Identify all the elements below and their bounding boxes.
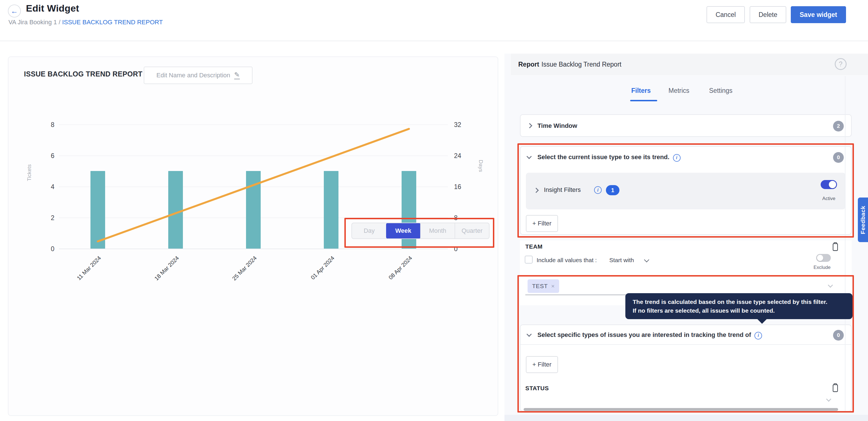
panel-header-bold: Report bbox=[518, 61, 539, 68]
chevron-down-icon[interactable] bbox=[526, 154, 531, 159]
right-axis-tick: 8 bbox=[454, 214, 471, 222]
tooltip-line-2: If no filters are selected, all issues w… bbox=[633, 306, 845, 315]
trend-tooltip: The trend is calculated based on the iss… bbox=[625, 293, 852, 319]
granularity-option-quarter[interactable]: Quarter bbox=[455, 223, 489, 238]
tab-settings[interactable]: Settings bbox=[709, 87, 733, 94]
breadcrumb-current[interactable]: ISSUE BACKLOG TREND REPORT bbox=[62, 19, 163, 26]
panel-header-title: ReportIssue Backlog Trend Report bbox=[518, 61, 621, 68]
help-icon: ? bbox=[839, 60, 843, 68]
pencil-icon: ✎ bbox=[234, 72, 240, 79]
info-icon[interactable]: i bbox=[594, 186, 602, 194]
section-divider bbox=[521, 344, 851, 345]
right-axis-tick: 32 bbox=[454, 121, 471, 129]
team-value-chip-label: TEST bbox=[532, 283, 548, 289]
granularity-control: Day Week Month Quarter bbox=[351, 223, 490, 239]
add-filter-button[interactable]: + Filter bbox=[526, 215, 558, 232]
remove-chip-icon[interactable]: × bbox=[551, 283, 555, 289]
active-toggle[interactable] bbox=[820, 180, 837, 189]
time-window-badge: 2 bbox=[833, 121, 844, 132]
specific-types-label: Select specific types of issues you are … bbox=[537, 331, 762, 339]
right-axis-tick: 0 bbox=[454, 245, 471, 253]
team-label: TEAM bbox=[525, 243, 542, 250]
tab-metrics[interactable]: Metrics bbox=[669, 87, 689, 94]
breadcrumb-parent: VA Jira Booking 1 bbox=[8, 19, 57, 26]
time-window-label: Time Window bbox=[537, 122, 577, 130]
chevron-right-icon[interactable] bbox=[527, 123, 532, 128]
breadcrumb: VA Jira Booking 1 / ISSUE BACKLOG TREND … bbox=[8, 19, 163, 26]
trash-icon[interactable] bbox=[831, 242, 840, 252]
widget-title: ISSUE BACKLOG TREND REPORT bbox=[24, 70, 142, 78]
active-tab-underline bbox=[630, 100, 657, 101]
right-axis-tick: 16 bbox=[454, 183, 471, 191]
trash-icon[interactable] bbox=[831, 383, 840, 393]
granularity-option-week[interactable]: Week bbox=[386, 223, 421, 239]
edit-name-button[interactable]: Edit Name and Description ✎ bbox=[144, 66, 252, 84]
insight-filters-badge: 1 bbox=[606, 185, 619, 195]
panel-header: ReportIssue Backlog Trend Report bbox=[511, 54, 868, 75]
exclude-toggle[interactable] bbox=[816, 254, 831, 262]
left-axis-tick: 0 bbox=[37, 245, 54, 253]
edit-name-label: Edit Name and Description bbox=[156, 72, 230, 79]
issue-type-badge: 0 bbox=[833, 152, 844, 163]
issue-type-section-label: Select the current issue type to see its… bbox=[537, 153, 681, 162]
operator-dropdown[interactable]: Start with bbox=[609, 257, 634, 263]
active-toggle-label: Active bbox=[819, 196, 838, 201]
delete-button[interactable]: Delete bbox=[750, 6, 786, 23]
tooltip-line-1: The trend is calculated based on the iss… bbox=[633, 298, 845, 306]
cancel-button[interactable]: Cancel bbox=[707, 6, 745, 23]
exclude-toggle-label: Exclude bbox=[813, 265, 831, 270]
include-all-checkbox[interactable] bbox=[525, 256, 533, 263]
header-divider bbox=[0, 40, 868, 41]
tab-filters[interactable]: Filters bbox=[631, 87, 651, 94]
team-value-chip[interactable]: TEST × bbox=[528, 279, 559, 293]
left-axis-tick: 2 bbox=[37, 214, 54, 222]
include-all-label: Include all values that : bbox=[536, 257, 597, 263]
right-axis-tick: 24 bbox=[454, 152, 471, 160]
feedback-tab-label: Feedback bbox=[860, 206, 866, 234]
granularity-option-day[interactable]: Day bbox=[352, 223, 386, 238]
left-axis-tick: 4 bbox=[37, 183, 54, 191]
help-button[interactable]: ? bbox=[835, 58, 846, 70]
back-arrow-icon: ← bbox=[11, 7, 18, 16]
chevron-down-icon[interactable] bbox=[526, 332, 531, 337]
specific-types-badge: 0 bbox=[833, 330, 844, 341]
panel-scroll-track bbox=[845, 76, 845, 413]
chevron-right-icon[interactable] bbox=[533, 188, 538, 193]
add-filter-button[interactable]: + Filter bbox=[526, 356, 558, 373]
time-window-section[interactable]: Time Window 2 bbox=[520, 114, 851, 137]
feedback-tab[interactable]: Feedback bbox=[858, 198, 868, 242]
specific-types-section: Select specific types of issues you are … bbox=[520, 325, 851, 412]
info-icon[interactable]: i bbox=[754, 332, 762, 339]
info-icon[interactable]: i bbox=[673, 154, 681, 162]
page: ← Edit Widget VA Jira Booking 1 / ISSUE … bbox=[0, 0, 868, 421]
left-axis-tick: 6 bbox=[37, 152, 54, 160]
panel-bottom-strip bbox=[504, 415, 868, 421]
horizontal-scrollbar[interactable] bbox=[524, 408, 838, 411]
save-widget-button[interactable]: Save widget bbox=[791, 6, 846, 23]
page-title: Edit Widget bbox=[26, 3, 79, 14]
status-label: STATUS bbox=[525, 385, 549, 392]
left-axis-title: Tickets bbox=[26, 164, 32, 181]
breadcrumb-separator: / bbox=[57, 19, 62, 26]
granularity-option-month[interactable]: Month bbox=[420, 223, 455, 238]
right-axis-title: Days bbox=[478, 160, 484, 172]
back-button[interactable]: ← bbox=[8, 4, 21, 18]
insight-filters-card[interactable]: Insight Filters i 1 Active bbox=[526, 173, 845, 209]
insight-filters-label: Insight Filters bbox=[544, 186, 581, 194]
left-axis-tick: 8 bbox=[37, 121, 54, 129]
panel-header-rest: Issue Backlog Trend Report bbox=[541, 61, 621, 68]
